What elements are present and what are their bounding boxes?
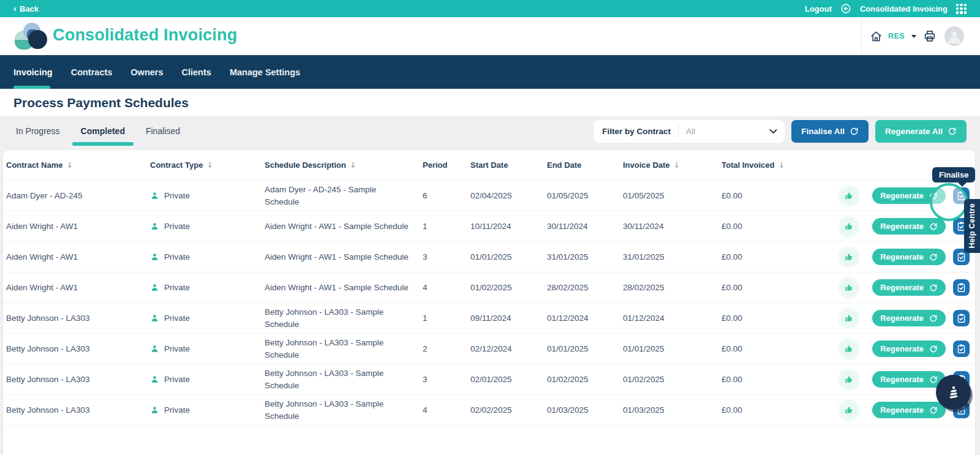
person-icon — [150, 222, 159, 231]
nav-item-manage-settings[interactable]: Manage Settings — [230, 55, 300, 89]
finalise-button[interactable] — [953, 310, 970, 326]
thumbs-up-icon[interactable] — [840, 340, 858, 358]
column-contract-name: Contract Name ↓ — [6, 160, 150, 170]
regenerate-button[interactable]: Regenerate — [872, 249, 946, 265]
thumbs-up-icon[interactable] — [840, 310, 858, 327]
sort-arrow-icon[interactable]: ↓ — [778, 160, 785, 170]
sort-arrow-icon[interactable]: ↓ — [206, 160, 213, 170]
home-icon[interactable] — [870, 30, 883, 43]
logout-link[interactable]: Logout — [805, 4, 832, 13]
app-logo — [15, 23, 48, 50]
contract-name-cell: Aiden Wright - AW1 — [6, 282, 150, 294]
nav-item-clients[interactable]: Clients — [182, 55, 211, 89]
thumbs-up-icon[interactable] — [840, 249, 858, 266]
end-date-cell: 01/12/2024 — [547, 312, 623, 325]
tabs-row-actions: Filter by Contract All Finalise All Rege… — [594, 120, 967, 143]
contract-type-cell: Private — [150, 220, 265, 233]
tab-in-progress[interactable]: In Progress — [13, 116, 62, 146]
refresh-icon — [929, 253, 938, 261]
period-cell: 2 — [423, 343, 470, 355]
regenerate-button[interactable]: Regenerate — [872, 279, 946, 296]
switch-app-icon[interactable] — [840, 3, 851, 14]
thumbs-up-icon[interactable] — [840, 187, 858, 205]
environment-caret-icon[interactable] — [911, 35, 916, 38]
period-cell: 6 — [423, 190, 470, 202]
print-icon[interactable] — [923, 29, 937, 43]
contract-type-cell: Private — [150, 282, 265, 294]
nav-item-invoicing[interactable]: Invoicing — [13, 55, 53, 89]
person-icon — [150, 191, 159, 200]
column-start-date: Start Date — [470, 160, 547, 170]
help-chat-button[interactable] — [936, 375, 971, 410]
regenerate-button[interactable]: Regenerate — [872, 402, 946, 418]
total-invoiced-cell: £0.00 — [722, 251, 828, 263]
sort-arrow-icon[interactable]: ↓ — [66, 160, 73, 170]
app-grid-icon[interactable] — [956, 4, 967, 14]
schedules-table-card: Contract Name ↓ Contract Type ↓ Schedule… — [3, 150, 975, 455]
start-date-cell: 02/02/2025 — [470, 404, 547, 416]
thumbs-up-icon[interactable] — [840, 218, 858, 235]
contract-name-cell: Aiden Wright - AW1 — [6, 251, 150, 263]
nav-item-contracts[interactable]: Contracts — [71, 55, 113, 89]
finalise-button[interactable] — [953, 279, 970, 296]
topbar-app-name: Consolidated Invoicing — [860, 4, 948, 13]
regenerate-label: Regenerate — [880, 283, 924, 292]
table-header-row: Contract Name ↓ Contract Type ↓ Schedule… — [3, 150, 975, 181]
end-date-cell: 01/05/2025 — [547, 190, 623, 202]
thumbs-up-icon[interactable] — [840, 402, 858, 419]
column-invoice-date: Invoice Date ↓ — [623, 160, 722, 170]
invoice-date-cell: 01/01/2025 — [623, 343, 722, 355]
schedule-description-cell: Aiden Wright - AW1 - Sample Schedule — [265, 251, 423, 263]
invoice-date-cell: 01/03/2025 — [623, 404, 722, 416]
tab-completed[interactable]: Completed — [78, 116, 127, 146]
contract-name-cell: Adam Dyer - AD-245 — [6, 190, 150, 202]
total-invoiced-cell: £0.00 — [722, 220, 828, 233]
app-header: Consolidated Invoicing RES — [0, 17, 980, 55]
regenerate-button[interactable]: Regenerate — [872, 371, 946, 388]
tab-finalised[interactable]: Finalised — [143, 116, 183, 146]
start-date-cell: 02/04/2025 — [470, 190, 547, 202]
contract-type-cell: Private — [150, 343, 265, 355]
refresh-icon — [929, 222, 938, 231]
top-utility-bar: ‹ Back Logout Consolidated Invoicing — [0, 0, 980, 17]
regenerate-label: Regenerate — [880, 314, 924, 323]
person-icon — [150, 314, 159, 323]
end-date-cell: 01/03/2025 — [547, 404, 623, 416]
regenerate-button[interactable]: Regenerate — [872, 340, 946, 357]
filter-by-contract-select[interactable]: Filter by Contract All — [594, 120, 785, 143]
nav-item-owners[interactable]: Owners — [130, 55, 163, 89]
person-icon — [150, 375, 159, 384]
finalise-button[interactable] — [953, 340, 970, 357]
user-avatar[interactable] — [944, 26, 964, 46]
contract-type-cell: Private — [150, 190, 265, 202]
invoice-date-cell: 01/12/2024 — [623, 312, 722, 325]
invoice-date-cell: 01/02/2025 — [623, 374, 722, 386]
period-cell: 1 — [423, 220, 470, 233]
end-date-cell: 01/01/2025 — [547, 343, 623, 355]
regenerate-button[interactable]: Regenerate — [872, 218, 946, 235]
help-centre-tab[interactable]: Help Centre — [964, 199, 980, 253]
sort-arrow-icon[interactable]: ↓ — [674, 160, 680, 170]
back-button[interactable]: ‹ Back — [13, 4, 39, 13]
lighthouse-icon — [946, 385, 962, 400]
app-window: ‹ Back Logout Consolidated Invoicing Con… — [0, 0, 980, 455]
regenerate-all-button[interactable]: Regenerate All — [875, 120, 967, 143]
table-row: Betty Johnson - LA303 Private Betty John… — [3, 395, 975, 426]
thumbs-up-icon[interactable] — [840, 279, 858, 296]
sort-arrow-icon[interactable]: ↓ — [350, 160, 356, 170]
thumbs-up-icon[interactable] — [840, 371, 858, 388]
start-date-cell: 02/12/2024 — [470, 343, 547, 355]
filter-selected-value: All — [679, 127, 766, 136]
clipboard-check-icon — [956, 282, 967, 293]
regenerate-button[interactable]: Regenerate — [872, 187, 946, 204]
contract-name-cell: Aiden Wright - AW1 — [6, 220, 150, 233]
regenerate-label: Regenerate — [880, 252, 924, 261]
regenerate-button[interactable]: Regenerate — [872, 310, 946, 326]
finalise-all-button[interactable]: Finalise All — [791, 120, 869, 143]
row-actions: Regenerate — [828, 187, 975, 205]
schedule-description-cell: Betty Johnson - LA303 - Sample Schedule — [265, 367, 423, 391]
chevron-down-icon — [769, 129, 777, 134]
schedule-description-cell: Aiden Wright - AW1 - Sample Schedule — [265, 220, 423, 233]
app-title: Consolidated Invoicing — [53, 26, 237, 45]
header-divider — [861, 17, 862, 55]
